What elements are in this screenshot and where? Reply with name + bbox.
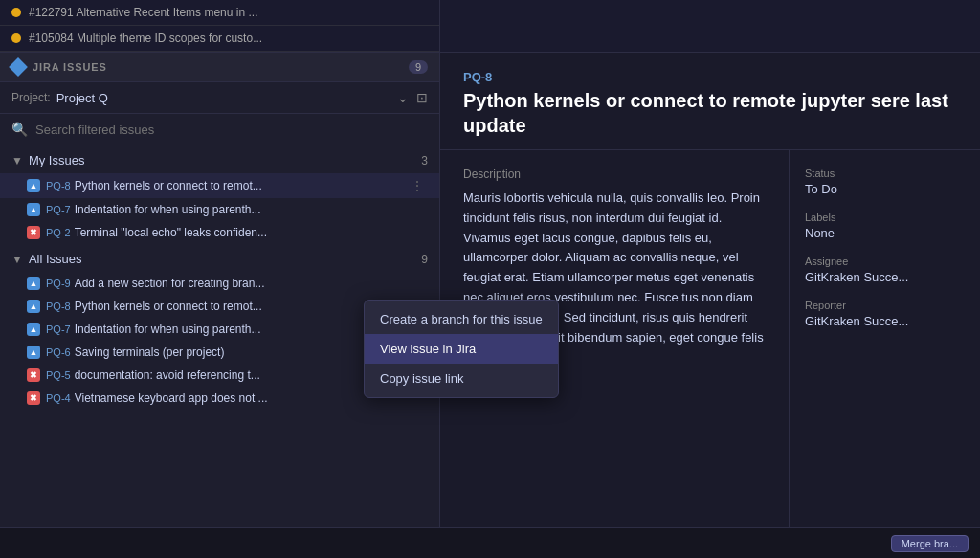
my-issues-count: 3: [421, 154, 428, 167]
context-menu-copy-link[interactable]: Copy issue link: [365, 364, 558, 393]
recent-item-1[interactable]: #122791 Alternative Recent Items menu in…: [0, 0, 439, 26]
all-issues-header[interactable]: ▼ All Issues 9: [0, 244, 439, 272]
issue-key: PQ-6: [46, 346, 71, 358]
my-issue-pq8[interactable]: ▲ PQ-8 Python kernels or connect to remo…: [0, 173, 439, 198]
issue-title: Terminal "local echo" leaks confiden...: [75, 226, 428, 239]
sidebar: JIRA ISSUES 9 Project: Project Q ⌄ ⊡ 🔍 ▼…: [0, 53, 440, 527]
detail-metadata: Status To Do Labels None Assignee GitKra…: [789, 150, 980, 527]
issue-key: PQ-8: [46, 180, 71, 191]
detail-header: PQ-8 Python kernels or connect to remote…: [440, 53, 980, 150]
recent-item-1-label: #122791 Alternative Recent Items menu in…: [29, 6, 257, 19]
all-issues-count: 9: [421, 253, 428, 266]
all-issue-pq9[interactable]: ▲ PQ-9 Add a new section for creating br…: [0, 272, 439, 295]
reporter-label: Reporter: [805, 300, 965, 311]
recent-item-2-label: #105084 Multiple theme ID scopes for cus…: [29, 32, 262, 45]
assignee-value: GitKraken Succe...: [805, 270, 965, 284]
status-value: To Do: [805, 182, 965, 196]
detail-issue-key: PQ-8: [463, 70, 957, 84]
issue-key: PQ-5: [46, 369, 71, 381]
issue-key: PQ-9: [46, 278, 71, 289]
jira-badge: 9: [409, 60, 428, 74]
recent-dot-2: [11, 33, 21, 43]
project-name: Project Q: [56, 91, 397, 105]
context-menu-view-jira[interactable]: View issue in Jira: [365, 334, 558, 364]
context-menu: Create a branch for this issue View issu…: [364, 300, 559, 398]
context-menu-create-branch[interactable]: Create a branch for this issue: [365, 304, 558, 334]
recent-dot-1: [11, 8, 21, 17]
issue-key: PQ-2: [46, 227, 71, 238]
story-icon: ▲: [27, 179, 40, 192]
top-bar: #122791 Alternative Recent Items menu in…: [0, 0, 980, 53]
all-issues-title: All Issues: [29, 252, 421, 266]
main-layout: JIRA ISSUES 9 Project: Project Q ⌄ ⊡ 🔍 ▼…: [0, 53, 980, 527]
issue-key: PQ-4: [46, 392, 71, 404]
recent-item-2[interactable]: #105084 Multiple theme ID scopes for cus…: [0, 26, 439, 52]
jira-diamond-icon: [9, 57, 28, 77]
issue-key: PQ-7: [46, 204, 71, 215]
all-issues-chevron-icon: ▼: [11, 253, 23, 266]
status-label: Status: [805, 167, 965, 179]
search-bar: 🔍: [0, 114, 439, 145]
issue-title: Python kernels or connect to remot...: [75, 179, 407, 192]
recent-items: #122791 Alternative Recent Items menu in…: [0, 0, 440, 52]
chevron-down-icon[interactable]: ⌄: [397, 90, 409, 105]
my-issue-pq7[interactable]: ▲ PQ-7 Indentation for when using parent…: [0, 198, 439, 221]
my-issue-pq2[interactable]: ✖ PQ-2 Terminal "local echo" leaks confi…: [0, 221, 439, 244]
bug-icon: ✖: [27, 368, 40, 382]
story-icon: ▲: [27, 277, 40, 290]
merge-branch-button[interactable]: Merge bra...: [891, 535, 969, 552]
detail-title: Python kernels or connect to remote jupy…: [463, 88, 957, 138]
my-issues-header[interactable]: ▼ My Issues 3: [0, 145, 439, 173]
labels-value: None: [805, 226, 965, 240]
story-icon: ▲: [27, 346, 40, 359]
story-icon: ▲: [27, 203, 40, 216]
my-issues-title: My Issues: [29, 153, 421, 167]
search-icon: 🔍: [11, 122, 28, 137]
issue-key: PQ-7: [46, 324, 71, 335]
bug-icon: ✖: [27, 391, 40, 405]
story-icon: ▲: [27, 323, 40, 336]
status-section: Status To Do: [805, 167, 965, 196]
assignee-section: Assignee GitKraken Succe...: [805, 256, 965, 284]
labels-section: Labels None: [805, 212, 965, 240]
search-input[interactable]: [35, 123, 428, 137]
labels-label: Labels: [805, 212, 965, 223]
story-icon: ▲: [27, 300, 40, 313]
bottom-bar: Merge bra...: [0, 527, 980, 558]
bug-icon: ✖: [27, 226, 40, 239]
project-label: Project:: [11, 91, 51, 104]
jira-header: JIRA ISSUES 9: [0, 53, 439, 82]
reporter-section: Reporter GitKraken Succe...: [805, 300, 965, 328]
jira-title: JIRA ISSUES: [33, 61, 409, 73]
issue-menu-button[interactable]: ⋮: [407, 178, 428, 193]
description-label: Description: [463, 167, 766, 181]
issue-key: PQ-8: [46, 301, 71, 312]
issue-title: Indentation for when using parenth...: [75, 203, 428, 216]
detail-panel: PQ-8 Python kernels or connect to remote…: [440, 53, 980, 527]
project-bar: Project: Project Q ⌄ ⊡: [0, 82, 439, 114]
assignee-label: Assignee: [805, 256, 965, 267]
bottom-right: Merge bra...: [891, 535, 969, 552]
issue-title: Add a new section for creating bran...: [75, 277, 428, 290]
filter-icon[interactable]: ⊡: [416, 90, 428, 105]
my-issues-chevron-icon: ▼: [11, 154, 23, 167]
reporter-value: GitKraken Succe...: [805, 314, 965, 328]
